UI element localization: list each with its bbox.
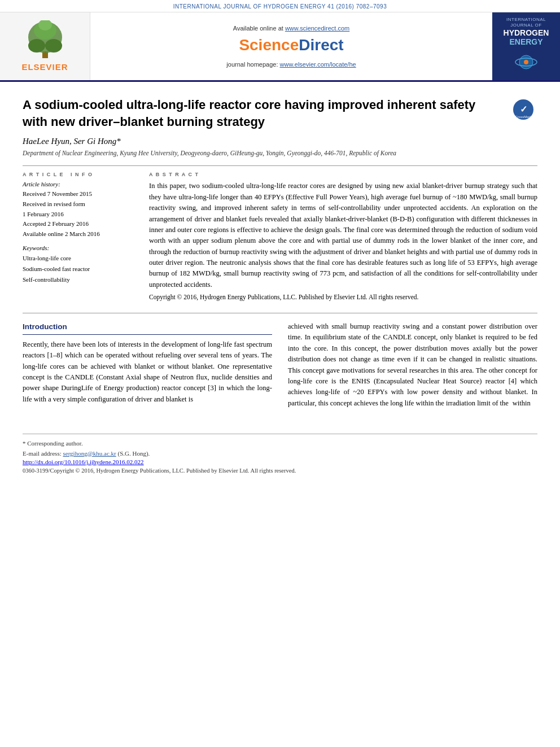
article-container: A sodium-cooled ultra-long-life reactor …	[0, 82, 560, 425]
keywords-section: Keywords: Ultra-long-life core Sodium-co…	[23, 244, 135, 285]
received-date: Received 7 November 2015	[23, 189, 135, 199]
affiliation: Department of Nuclear Engineering, Kyung…	[23, 148, 537, 158]
available-online-text: Available online at www.sciencedirect.co…	[233, 25, 349, 32]
svg-point-9	[524, 60, 528, 64]
doi-link[interactable]: http://dx.doi.org/10.1016/j.ijhydene.201…	[23, 458, 144, 465]
bottom-divider	[23, 313, 537, 313]
copyright-line: Copyright © 2016, Hydrogen Energy Public…	[149, 292, 537, 303]
crossmark-icon: ✓ CrossMark	[513, 99, 534, 120]
planet-icon	[515, 51, 537, 73]
revised-label: Received in revised form	[23, 199, 135, 209]
elsevier-tree-icon	[23, 20, 68, 60]
energy-label: ENERGY	[504, 38, 549, 46]
introduction-heading: Introduction	[23, 321, 272, 335]
banner-center: Available online at www.sciencedirect.co…	[90, 12, 492, 80]
keyword-3: Self-controllability	[23, 274, 135, 285]
svg-point-3	[45, 39, 62, 53]
accepted-date: Accepted 2 February 2016	[23, 219, 135, 229]
keyword-2: Sodium-cooled fast reactor	[23, 264, 135, 274]
sciencedirect-url[interactable]: www.sciencedirect.com	[285, 25, 349, 32]
journal-logo-box: International Journal of HYDROGEN ENERGY	[497, 17, 555, 76]
journal-url[interactable]: www.elsevier.com/locate/he	[280, 61, 356, 68]
article-info-label: A R T I C L E I N F O	[23, 172, 135, 177]
svg-text:✓: ✓	[520, 104, 527, 114]
crossmark-area: ✓ CrossMark	[509, 99, 537, 120]
doi-line: http://dx.doi.org/10.1016/j.ijhydene.201…	[23, 458, 537, 465]
article-info-abstract: A R T I C L E I N F O Article history: R…	[23, 172, 537, 303]
email-link[interactable]: sergihong@khu.ac.kr	[63, 450, 116, 457]
intro-paragraph-2: achieved with small burnup reactivity sw…	[288, 321, 537, 409]
article-info-column: A R T I C L E I N F O Article history: R…	[23, 172, 135, 303]
article-history-label: Article history:	[23, 181, 135, 187]
body-col-left: Introduction Recently, there have been l…	[23, 321, 272, 413]
journal-logo-area: International Journal of HYDROGEN ENERGY	[492, 12, 560, 80]
authors: HaeLee Hyun, Ser Gi Hong*	[23, 137, 537, 146]
article-title-section: A sodium-cooled ultra-long-life reactor …	[23, 92, 537, 130]
corresponding-author-note: * Corresponding author.	[23, 439, 537, 449]
article-title: A sodium-cooled ultra-long-life reactor …	[23, 97, 501, 130]
email-line: E-mail address: sergihong@khu.ac.kr (S.G…	[23, 449, 537, 459]
journal-logo-title: HYDROGEN ENERGY	[504, 29, 549, 46]
elsevier-text: ELSEVIER	[21, 62, 68, 72]
divider-top	[23, 165, 537, 166]
revised-date: 1 February 2016	[23, 209, 135, 220]
elsevier-logo: ELSEVIER	[21, 20, 68, 72]
available-date: Available online 2 March 2016	[23, 229, 135, 239]
journal-logo-top-text: International Journal of	[497, 17, 555, 28]
body-col-right: achieved with small burnup reactivity sw…	[288, 321, 537, 413]
article-history: Article history: Received 7 November 201…	[23, 181, 135, 239]
abstract-label: A B S T R A C T	[149, 172, 537, 177]
svg-text:CrossMark: CrossMark	[515, 115, 532, 119]
banner: ELSEVIER Available online at www.science…	[0, 12, 560, 82]
journal-logo-icon	[515, 51, 537, 76]
keywords-label: Keywords:	[23, 244, 135, 251]
abstract-text: In this paper, two sodium-cooled ultra-l…	[149, 181, 537, 290]
journal-header-bar: International Journal of Hydrogen Energy…	[0, 0, 560, 12]
hydrogen-label: HYDROGEN	[504, 29, 549, 37]
body-content: Introduction Recently, there have been l…	[23, 321, 537, 413]
keyword-1: Ultra-long-life core	[23, 253, 135, 264]
copyright-footer: 0360-3199/Copyright © 2016, Hydrogen Ene…	[23, 468, 537, 474]
abstract-column: A B S T R A C T In this paper, two sodiu…	[149, 172, 537, 303]
svg-point-2	[28, 39, 45, 53]
within-text: within	[513, 398, 531, 409]
elsevier-logo-area: ELSEVIER	[0, 12, 90, 80]
sciencedirect-logo: ScienceDirect	[239, 36, 343, 54]
footnote-area: * Corresponding author. E-mail address: …	[23, 434, 537, 480]
intro-paragraph-1: Recently, there have been lots of intere…	[23, 339, 272, 405]
journal-homepage: journal homepage: www.elsevier.com/locat…	[226, 61, 356, 68]
